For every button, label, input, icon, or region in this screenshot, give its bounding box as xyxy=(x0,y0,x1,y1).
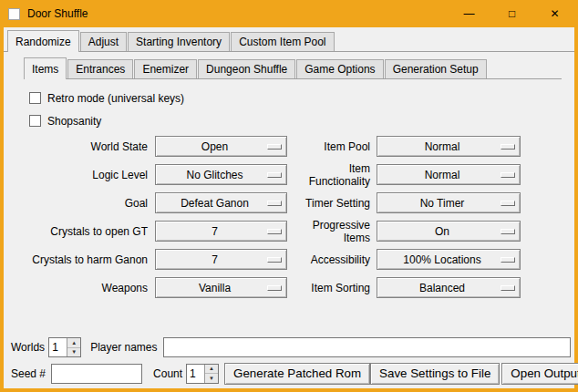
secondary-tab-bar: Items Entrances Enemizer Dungeon Shuffle… xyxy=(24,57,562,79)
count-input[interactable] xyxy=(187,365,204,383)
progressive-items-value: On xyxy=(435,225,449,238)
item-pool-value: Normal xyxy=(425,140,460,153)
count-stepper[interactable]: ▲ ▼ xyxy=(186,364,219,384)
item-pool-label: Item Pool xyxy=(287,140,377,153)
dropdown-indicator-icon xyxy=(501,201,515,206)
seed-input[interactable] xyxy=(51,364,142,384)
progressive-items-dropdown[interactable]: On xyxy=(377,221,521,242)
window-content: Randomize Adjust Starting Inventory Cust… xyxy=(4,27,574,388)
weapons-label: Weapons xyxy=(29,282,155,294)
maximize-icon: □ xyxy=(509,8,515,19)
worlds-stepper[interactable]: ▲ ▼ xyxy=(48,337,81,357)
worlds-label: Worlds xyxy=(11,341,45,354)
tab-generation-setup[interactable]: Generation Setup xyxy=(385,59,487,78)
multiworld-row: Worlds ▲ ▼ Player names xyxy=(7,336,571,358)
dropdown-indicator-icon xyxy=(267,172,282,178)
player-names-input[interactable] xyxy=(163,337,572,357)
item-sorting-label: Item Sorting xyxy=(287,282,377,294)
crystals-ganon-dropdown[interactable]: 7 xyxy=(155,249,287,270)
settings-row: Weapons Vanilla Item Sorting Balanced xyxy=(29,273,562,302)
crystals-ganon-value: 7 xyxy=(212,253,218,266)
item-sorting-dropdown[interactable]: Balanced xyxy=(377,277,521,298)
worlds-stepper-arrows: ▲ ▼ xyxy=(67,338,80,356)
item-functionality-value: Normal xyxy=(425,169,460,181)
item-pool-dropdown[interactable]: Normal xyxy=(377,136,521,157)
goal-label: Goal xyxy=(29,197,155,210)
player-names-label: Player names xyxy=(90,341,157,354)
timer-setting-dropdown[interactable]: No Timer xyxy=(377,192,521,213)
crystals-gt-label: Crystals to open GT xyxy=(29,225,155,238)
dropdown-indicator-icon xyxy=(267,144,282,150)
spin-down-icon[interactable]: ▼ xyxy=(67,348,80,357)
app-icon xyxy=(8,8,20,20)
close-icon: ✕ xyxy=(550,8,559,19)
logic-level-label: Logic Level xyxy=(29,169,155,181)
minimize-button[interactable]: — xyxy=(448,0,490,27)
world-state-value: Open xyxy=(201,140,228,153)
item-functionality-dropdown[interactable]: Normal xyxy=(377,164,521,185)
randomize-panel: Items Entrances Enemizer Dungeon Shuffle… xyxy=(24,57,562,302)
logic-level-value: No Glitches xyxy=(186,169,243,181)
tab-game-options[interactable]: Game Options xyxy=(296,59,383,78)
item-sorting-value: Balanced xyxy=(419,282,465,294)
tab-adjust[interactable]: Adjust xyxy=(80,32,127,51)
generation-row: Seed # Count ▲ ▼ Generate Patched Rom Sa… xyxy=(7,362,571,385)
dropdown-indicator-icon xyxy=(501,285,515,291)
retro-mode-label: Retro mode (universal keys) xyxy=(47,92,184,105)
count-label: Count xyxy=(153,367,182,380)
world-state-label: World State xyxy=(29,140,155,153)
settings-row: Crystals to open GT 7 Progressive Items … xyxy=(29,217,562,245)
world-state-dropdown[interactable]: Open xyxy=(155,136,287,157)
settings-row: World State Open Item Pool Normal xyxy=(29,132,562,160)
seed-label: Seed # xyxy=(11,367,46,380)
weapons-value: Vanilla xyxy=(199,282,231,294)
shopsanity-label: Shopsanity xyxy=(47,115,101,128)
settings-row: Goal Defeat Ganon Timer Setting No Timer xyxy=(29,189,562,217)
retro-mode-checkbox[interactable]: Retro mode (universal keys) xyxy=(29,87,562,109)
tab-items[interactable]: Items xyxy=(24,57,67,79)
items-panel: Retro mode (universal keys) Shopsanity W… xyxy=(24,79,562,302)
generate-rom-button[interactable]: Generate Patched Rom xyxy=(224,363,370,385)
tab-starting-inventory[interactable]: Starting Inventory xyxy=(128,32,230,51)
goal-dropdown[interactable]: Defeat Ganon xyxy=(155,192,287,213)
close-button[interactable]: ✕ xyxy=(533,0,576,27)
window-title: Door Shuffle xyxy=(27,7,88,20)
accessibility-dropdown[interactable]: 100% Locations xyxy=(377,249,521,270)
dropdown-indicator-icon xyxy=(501,172,515,178)
goal-value: Defeat Ganon xyxy=(181,197,249,210)
shopsanity-checkbox[interactable]: Shopsanity xyxy=(29,109,562,132)
spin-up-icon[interactable]: ▲ xyxy=(67,338,80,348)
timer-setting-label: Timer Setting xyxy=(287,197,377,210)
spin-up-icon[interactable]: ▲ xyxy=(205,365,218,375)
crystals-gt-dropdown[interactable]: 7 xyxy=(155,221,287,242)
tab-entrances[interactable]: Entrances xyxy=(67,59,133,78)
settings-row: Logic Level No Glitches Item Functionali… xyxy=(29,160,562,189)
maximize-button[interactable]: □ xyxy=(490,0,533,27)
dropdown-indicator-icon xyxy=(267,285,282,291)
accessibility-label: Accessibility xyxy=(287,253,377,266)
checkbox-icon[interactable] xyxy=(29,92,41,104)
titlebar: Door Shuffle — □ ✕ xyxy=(0,0,578,27)
item-functionality-label: Item Functionality xyxy=(287,162,377,188)
crystals-gt-value: 7 xyxy=(212,225,218,238)
spin-down-icon[interactable]: ▼ xyxy=(205,374,218,383)
timer-setting-value: No Timer xyxy=(420,197,465,210)
app-window: Door Shuffle — □ ✕ Randomize Adjust Star… xyxy=(0,0,578,392)
dropdown-indicator-icon xyxy=(501,144,515,150)
tab-custom-item-pool[interactable]: Custom Item Pool xyxy=(231,32,334,51)
settings-row: Crystals to harm Ganon 7 Accessibility 1… xyxy=(29,245,562,273)
open-output-button[interactable]: Open Output Directory xyxy=(501,363,578,385)
progressive-items-label: Progressive Items xyxy=(287,219,377,244)
logic-level-dropdown[interactable]: No Glitches xyxy=(155,164,287,185)
checkbox-icon[interactable] xyxy=(29,115,41,127)
primary-tab-bar: Randomize Adjust Starting Inventory Cust… xyxy=(4,27,574,52)
tab-randomize[interactable]: Randomize xyxy=(7,30,79,52)
window-controls: — □ ✕ xyxy=(448,0,576,27)
minimize-icon: — xyxy=(464,8,475,19)
weapons-dropdown[interactable]: Vanilla xyxy=(155,277,287,298)
worlds-input[interactable] xyxy=(49,338,67,356)
dropdown-indicator-icon xyxy=(267,257,282,263)
tab-dungeon-shuffle[interactable]: Dungeon Shuffle xyxy=(198,59,295,78)
tab-enemizer[interactable]: Enemizer xyxy=(134,59,197,78)
save-settings-button[interactable]: Save Settings to File xyxy=(370,363,500,385)
